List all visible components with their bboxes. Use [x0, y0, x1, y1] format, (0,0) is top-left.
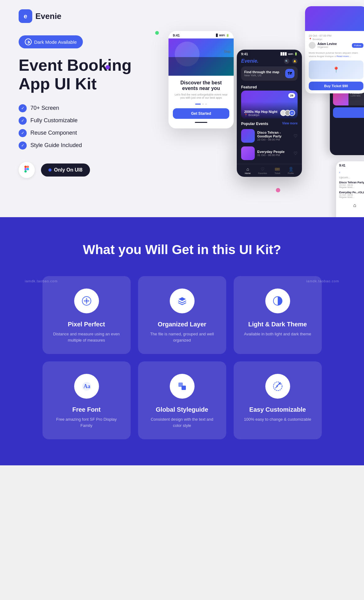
follow-button[interactable]: Follow [352, 43, 363, 48]
map-pin-icon: 📍 [333, 66, 339, 73]
event-list-item-2[interactable]: Everyday People 31 Oct - 08:00 PM ♡ [237, 145, 302, 162]
attendees: 40 [280, 110, 295, 116]
nav-profile-label: Profile [288, 172, 294, 174]
svg-rect-1 [27, 166, 29, 168]
logo-text: Evenie [35, 11, 61, 21]
partial-event-tk-1: Regular ticket... [339, 186, 364, 188]
svg-text:Aa: Aa [83, 383, 90, 389]
card-date: 29 Oct - 07:00 PM [309, 34, 363, 37]
organized-layer-desc: The file is named, grouped and well orga… [147, 331, 217, 343]
light-dark-icon-circle [265, 289, 290, 313]
check-icon-1: ✓ [19, 104, 27, 112]
card-organizer: Adam Levine Organizer Follow [309, 42, 363, 49]
card-location: 📍 Brooklyn [309, 38, 363, 41]
ticket-icon: 🎫 [275, 167, 280, 172]
feature-card-global-styleguide: Global Styleguide Consistent design with… [138, 361, 226, 439]
partial-event-nm-2: Everyday Pe...rOLLER [339, 191, 364, 194]
light-dark-title: Light & Dark Theme [243, 321, 312, 328]
ui8-dot [48, 168, 52, 172]
ui8-badge[interactable]: Only On UI8 [41, 163, 90, 177]
easy-customizable-icon-circle [265, 374, 290, 399]
partial-upcoming-label: Upcom... [339, 176, 364, 179]
global-styleguide-desc: Consistent design with the text and colo… [147, 416, 217, 428]
check-icon-2: ✓ [19, 117, 27, 125]
free-font-icon: Aa [81, 381, 92, 392]
partial-cta-button[interactable] [333, 107, 364, 118]
heart-icon-1[interactable]: ♡ [294, 133, 298, 138]
map-icon: 🗺 [285, 69, 294, 78]
time-white: 9:41 [173, 34, 180, 37]
event-detail-card: 29 Oct - 07:00 PM 📍 Brooklyn Adam Levine… [305, 6, 364, 93]
app-header: Evenie. 🔍 🔔 [237, 57, 302, 66]
easy-customizable-title: Easy Customizable [243, 406, 312, 413]
status-icons-dark: ▊▊▊ WiFi 🔋 [281, 52, 298, 56]
featured-date: 29 [288, 93, 295, 98]
feature-label-1: 70+ Screen [30, 105, 59, 111]
easy-customizable-icon [272, 381, 283, 392]
nav-profile[interactable]: 👤 Profile [288, 167, 294, 174]
free-font-title: Free Font [52, 406, 121, 413]
nav-home-label: Home [245, 172, 251, 174]
bottom-navigation: ⌂ Home ♡ Favorites 🎫 Ticket 👤 Profile [237, 164, 302, 177]
onboarding-image: Skip [169, 38, 234, 76]
map-title: Find through the map [244, 70, 279, 74]
watermark-left: iamdk.taobao.com [25, 279, 58, 283]
event-date-2: 31 Oct - 08:00 PM [257, 154, 285, 157]
event-list-item-1[interactable]: Disco Tehran - Goodbye Party 23 Oct - 08… [237, 127, 302, 145]
feature-card-easy-customizable: Easy Customizable 100% easy to change & … [234, 361, 322, 439]
card-event-image [305, 6, 364, 31]
skip-button[interactable]: Skip [224, 50, 231, 53]
figma-icon [23, 166, 30, 174]
dot-inactive-2 [205, 104, 207, 105]
partial-home-icon: ⌂ [353, 203, 356, 208]
get-started-button[interactable]: Get Started [173, 108, 229, 119]
nav-home[interactable]: ⌂ Home [245, 167, 251, 174]
app-logo: Evenie. [241, 58, 258, 64]
profile-icon: 👤 [288, 167, 294, 172]
hero-title: Event Booking App UI Kit [19, 56, 149, 93]
pixel-perfect-desc: Distance and measure using an even multi… [52, 331, 121, 343]
ui8-label: Only On UI8 [54, 167, 83, 173]
partial-nav: ⌂ [339, 201, 364, 210]
favorites-icon: ♡ [261, 167, 265, 172]
phone-main-app: 9:41 ▊▊▊ WiFi 🔋 Evenie. 🔍 🔔 Find through… [237, 50, 302, 177]
decorative-dot-purple [106, 65, 110, 69]
view-more-link[interactable]: View more [282, 122, 298, 126]
logo-icon: e [19, 9, 32, 23]
event-title-2: Everyday People [257, 150, 285, 154]
section-title: What you Will Get in this UI Kit? [19, 242, 345, 257]
buy-ticket-button[interactable]: Buy Ticket $90 [309, 82, 363, 90]
heart-icon-2[interactable]: ♡ [294, 151, 298, 156]
svg-rect-3 [25, 170, 27, 172]
hero-section: e Evenie ◑ Dark Mode Available Event Boo… [0, 0, 364, 217]
dark-mode-icon: ◑ [25, 38, 32, 45]
pixel-perfect-icon [81, 295, 92, 307]
phone-white-partial: 9:41 ‹ Upcom... Disco Tehran Party 23 Oc… [336, 161, 364, 217]
light-dark-icon [272, 295, 283, 307]
svg-rect-2 [25, 168, 27, 170]
figma-badge[interactable] [19, 162, 35, 178]
popular-label: Popular Events View more [237, 120, 302, 127]
organized-layer-icon-circle [170, 289, 195, 313]
event-info-2: Everyday People 31 Oct - 08:00 PM [257, 150, 285, 157]
featured-label: Featured [237, 84, 302, 91]
organizer-role: Organizer [317, 46, 337, 48]
features-grid-row1: Pixel Perfect Distance and measure using… [43, 276, 322, 354]
feature-card-free-font: Aa Free Font Free amazing font SF Pro Di… [43, 361, 131, 439]
nav-favorites[interactable]: ♡ Favorites [258, 167, 267, 174]
notification-icon[interactable]: 🔔 [292, 58, 298, 64]
phones-area: 29 Oct - 07:00 PM 📍 Brooklyn Adam Levine… [165, 0, 364, 217]
blue-section: What you Will Get in this UI Kit? iamdk.… [0, 217, 364, 465]
global-styleguide-title: Global Styleguide [147, 406, 217, 413]
map-info: Find through the map New York, US [244, 70, 279, 77]
partial-event-dt-1: 23 Oct - 08:00 [339, 184, 364, 186]
organizer-avatar [309, 42, 316, 49]
check-icon-3: ✓ [19, 129, 27, 137]
card-description: Morbi tincidunt pulvinar fames aliquam e… [309, 51, 363, 58]
nav-ticket[interactable]: 🎫 Ticket [275, 167, 280, 174]
map-section[interactable]: Find through the map New York, US 🗺 [241, 66, 298, 81]
search-icon[interactable]: 🔍 [284, 58, 290, 64]
dot-inactive-1 [202, 104, 204, 105]
dot-active [195, 104, 201, 105]
pixel-perfect-title: Pixel Perfect [52, 321, 121, 328]
